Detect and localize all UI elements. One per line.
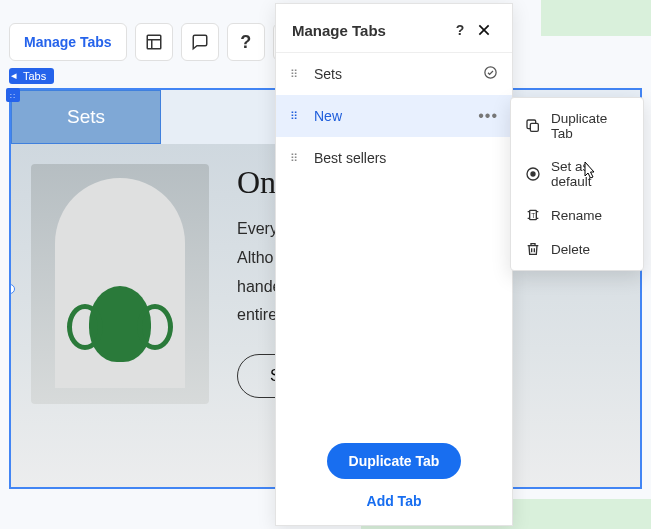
panel-header: Manage Tabs ? (276, 4, 512, 53)
duplicate-icon (525, 118, 541, 134)
context-menu: Duplicate Tab Set as default T Rename De… (510, 97, 644, 271)
layout-icon-button[interactable] (135, 23, 173, 61)
svg-point-5 (485, 67, 496, 78)
help-icon: ? (240, 32, 251, 53)
duplicate-tab-button[interactable]: Duplicate Tab (327, 443, 462, 479)
panel-title: Manage Tabs (292, 22, 448, 39)
ctx-set-default[interactable]: Set as default (511, 150, 643, 198)
page-tab-sets[interactable]: Sets (11, 90, 161, 144)
ctx-rename[interactable]: T Rename (511, 198, 643, 232)
grip-icon[interactable]: ⠿ (290, 110, 304, 123)
drag-handle[interactable]: :: (6, 88, 20, 102)
tab-row-new[interactable]: ⠿ New ••• (276, 95, 512, 137)
grip-icon[interactable]: ⠿ (290, 152, 304, 165)
manage-tabs-panel: Manage Tabs ? ⠿ Sets ⠿ New ••• ⠿ Best se… (275, 3, 513, 526)
radio-icon (525, 166, 541, 182)
svg-point-8 (531, 172, 535, 176)
comment-icon-button[interactable] (181, 23, 219, 61)
drag-icon: :: (10, 91, 16, 100)
svg-text:T: T (531, 212, 535, 219)
help-icon: ? (456, 22, 465, 38)
breadcrumb-badge[interactable]: Tabs (9, 68, 54, 84)
editor-toolbar: Manage Tabs ? ••• (9, 23, 311, 61)
ctx-label: Set as default (551, 159, 629, 189)
tab-list: ⠿ Sets ⠿ New ••• ⠿ Best sellers (276, 53, 512, 433)
row-more-button[interactable]: ••• (478, 107, 498, 125)
svg-rect-6 (530, 123, 538, 131)
svg-rect-0 (147, 35, 161, 49)
default-badge (483, 65, 498, 83)
tab-row-sets[interactable]: ⠿ Sets (276, 53, 512, 95)
close-icon (476, 22, 492, 38)
ctx-delete[interactable]: Delete (511, 232, 643, 266)
layout-icon (145, 33, 163, 51)
rename-icon: T (525, 207, 541, 223)
tab-row-label: New (314, 108, 472, 124)
ctx-label: Delete (551, 242, 590, 257)
add-tab-button[interactable]: Add Tab (276, 493, 512, 509)
grip-icon[interactable]: ⠿ (290, 68, 304, 81)
ctx-duplicate[interactable]: Duplicate Tab (511, 102, 643, 150)
ctx-label: Duplicate Tab (551, 111, 629, 141)
tab-row-label: Best sellers (314, 150, 498, 166)
panel-footer: Duplicate Tab Add Tab (276, 433, 512, 525)
tab-row-label: Sets (314, 66, 477, 82)
panel-help-button[interactable]: ? (448, 18, 472, 42)
delete-icon (525, 241, 541, 257)
tab-row-best-sellers[interactable]: ⠿ Best sellers (276, 137, 512, 179)
comment-icon (191, 33, 209, 51)
ctx-label: Rename (551, 208, 602, 223)
more-icon: ••• (478, 107, 498, 124)
product-image (31, 164, 209, 404)
panel-close-button[interactable] (472, 18, 496, 42)
manage-tabs-button[interactable]: Manage Tabs (9, 23, 127, 61)
decorative-bar (541, 0, 651, 36)
help-icon-button[interactable]: ? (227, 23, 265, 61)
